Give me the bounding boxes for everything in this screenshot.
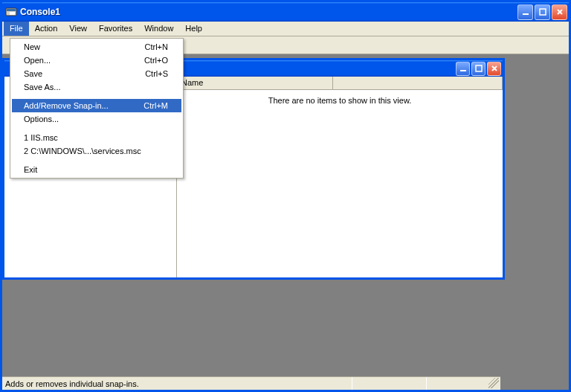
statusbar: Adds or removes individual snap-ins. [2, 376, 500, 390]
svg-rect-6 [476, 65, 482, 71]
menuitem-shortcut: Ctrl+S [145, 69, 168, 78]
minimize-button[interactable] [517, 4, 533, 20]
column-header-row: Name [177, 77, 503, 90]
window-title: Console1 [20, 7, 517, 17]
svg-rect-2 [10, 12, 15, 15]
menuitem-shortcut: Ctrl+M [143, 101, 168, 110]
filemenu-save[interactable]: Save Ctrl+S [12, 67, 181, 80]
menu-favorites[interactable]: Favorites [93, 22, 138, 36]
filemenu-save-as[interactable]: Save As... [12, 80, 181, 94]
separator [13, 128, 180, 129]
status-cell2 [352, 377, 426, 390]
status-cell3 [426, 377, 500, 390]
filemenu-exit[interactable]: Exit [12, 163, 181, 176]
filemenu-options[interactable]: Options... [12, 112, 181, 126]
menuitem-label: Exit [24, 165, 168, 174]
menuitem-label: 1 IIS.msc [24, 133, 168, 142]
menu-view[interactable]: View [63, 22, 93, 36]
menuitem-label: 2 C:\WINDOWS\...\services.msc [24, 147, 168, 155]
separator [13, 160, 180, 161]
menuitem-shortcut: Ctrl+N [145, 42, 168, 51]
close-button[interactable] [552, 4, 567, 20]
menuitem-shortcut: Ctrl+O [144, 56, 168, 65]
svg-rect-1 [7, 9, 16, 11]
svg-rect-3 [523, 13, 529, 15]
menuitem-label: Save As... [24, 83, 168, 91]
menuitem-label: Save [24, 69, 145, 78]
separator [13, 96, 180, 97]
column-name[interactable]: Name [177, 77, 333, 89]
menuitem-label: Add/Remove Snap-in... [24, 101, 143, 110]
mmc-app-icon [5, 6, 17, 18]
mmc-window: Console1 File Action View Favorites Wind… [0, 0, 571, 392]
file-dropdown: New Ctrl+N Open... Ctrl+O Save Ctrl+S Sa… [10, 38, 184, 179]
svg-rect-5 [460, 70, 466, 71]
svg-rect-4 [540, 9, 546, 15]
maximize-button[interactable] [535, 4, 550, 20]
menuitem-label: Options... [24, 115, 168, 123]
menu-action[interactable]: Action [29, 22, 64, 36]
list-pane: Name There are no items to show in this … [177, 77, 503, 277]
filemenu-new[interactable]: New Ctrl+N [12, 40, 181, 54]
column-blank[interactable] [333, 77, 503, 89]
filemenu-open[interactable]: Open... Ctrl+O [12, 54, 181, 67]
menuitem-label: New [24, 42, 145, 51]
filemenu-add-remove-snapin[interactable]: Add/Remove Snap-in... Ctrl+M [12, 99, 181, 112]
titlebar[interactable]: Console1 [2, 2, 569, 22]
empty-text: There are no items to show in this view. [268, 96, 412, 105]
menu-help[interactable]: Help [179, 22, 208, 36]
child-maximize-button[interactable] [471, 62, 485, 76]
status-text: Adds or removes individual snap-ins. [5, 379, 352, 388]
menu-file[interactable]: File [4, 22, 29, 36]
menu-window[interactable]: Window [138, 22, 179, 36]
list-body: There are no items to show in this view. [177, 90, 503, 277]
menuitem-label: Open... [24, 56, 144, 65]
child-close-button[interactable] [487, 62, 501, 76]
filemenu-recent-1[interactable]: 1 IIS.msc [12, 131, 181, 144]
child-minimize-button[interactable] [456, 62, 470, 76]
menubar: File Action View Favorites Window Help [2, 22, 569, 36]
resize-grip-icon[interactable] [488, 378, 499, 388]
filemenu-recent-2[interactable]: 2 C:\WINDOWS\...\services.msc [12, 144, 181, 158]
